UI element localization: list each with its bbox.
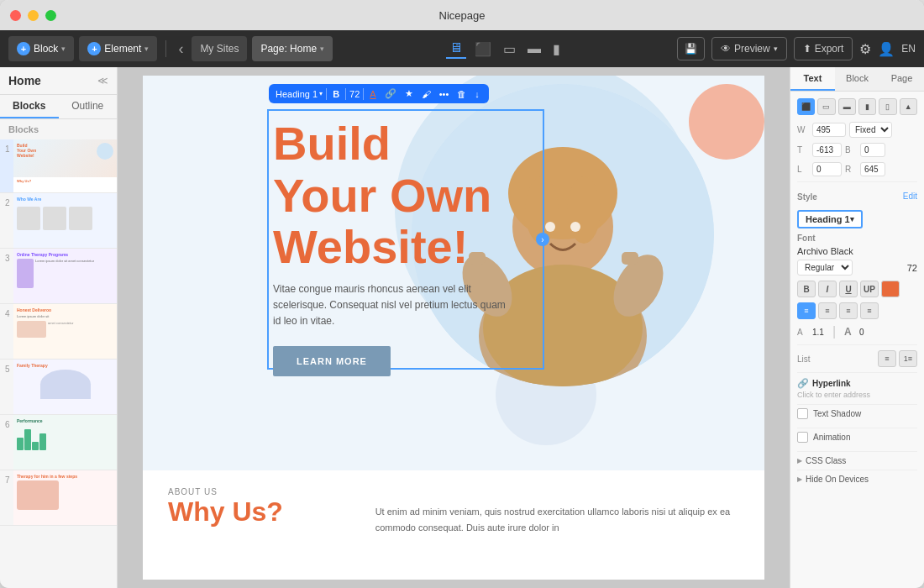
width-input[interactable]: [812, 123, 846, 137]
ordered-list-button[interactable]: 1≡: [899, 350, 917, 367]
page-item[interactable]: 6 Performance: [0, 415, 117, 470]
device-icons-group: 🖥 ⬛ ▭ ▬ ▮: [446, 39, 564, 59]
paint-tool-button[interactable]: 🖌: [419, 88, 433, 100]
b-label: B: [845, 145, 857, 155]
save-button[interactable]: 💾: [677, 37, 705, 60]
text-align-center-button[interactable]: ≡: [818, 302, 837, 319]
block-button[interactable]: + Block ▾: [8, 36, 74, 61]
text-align-left-button[interactable]: ≡: [797, 302, 816, 319]
font-color-button[interactable]: A: [367, 88, 378, 100]
favorite-tool-button[interactable]: ★: [402, 87, 416, 100]
tab-text[interactable]: Text: [790, 67, 835, 91]
export-label: Export: [815, 43, 844, 55]
hero-section: Heading 1 ▾ B 72 A 🔗 ★ 🖌: [143, 76, 764, 470]
hyperlink-label: Hyperlink: [812, 379, 851, 388]
link-tool-button[interactable]: 🔗: [382, 87, 399, 100]
handle-arrow-icon: ›: [541, 235, 543, 244]
color-picker-button[interactable]: [881, 281, 900, 297]
heading-line1: Build: [273, 118, 508, 170]
t-input[interactable]: [812, 143, 842, 157]
page-number: 7: [0, 470, 13, 525]
preview-chevron-icon: ▾: [774, 45, 778, 53]
text-shadow-checkbox[interactable]: [797, 408, 808, 419]
settings-button[interactable]: ⚙: [859, 41, 871, 57]
l-input[interactable]: [812, 162, 842, 176]
bold-tool-button[interactable]: B: [330, 88, 342, 100]
toolbar-right-group: 💾 👁 Preview ▾ ⬆ Export ⚙ 👤 EN: [677, 37, 916, 60]
language-button[interactable]: EN: [901, 43, 916, 55]
maximize-button[interactable]: [45, 10, 56, 21]
align-bottom-right-button[interactable]: ▲: [900, 98, 917, 115]
spacing-row: A 1.1 | A 0: [797, 324, 917, 339]
page-number: 2: [0, 193, 13, 248]
animation-checkbox[interactable]: [797, 432, 808, 443]
preview-label: Preview: [734, 43, 770, 55]
tab-block[interactable]: Block: [835, 67, 879, 91]
css-class-label: CSS Class: [806, 456, 846, 465]
selection-handle[interactable]: ›: [536, 233, 549, 246]
align-top-center-button[interactable]: ▭: [817, 98, 835, 115]
sidebar-tabs: Blocks Outline: [0, 95, 117, 119]
page-item[interactable]: 5 Family Therapy: [0, 360, 117, 415]
page-item[interactable]: 1 BuildYour OwnWebsite! Why Us?: [0, 139, 117, 193]
my-sites-button[interactable]: My Sites: [192, 36, 247, 61]
element-button[interactable]: + Element ▾: [79, 36, 157, 61]
text-align-justify-button[interactable]: ≡: [860, 302, 879, 319]
close-button[interactable]: [10, 10, 21, 21]
text-shadow-label: Text Shadow: [813, 409, 861, 418]
page-item[interactable]: 4 Honest Deliveroo Lorem ipsum dolor sit…: [0, 304, 117, 360]
export-button[interactable]: ⬆ Export: [794, 37, 853, 60]
tablet-landscape-icon[interactable]: ⬛: [471, 39, 495, 59]
minimize-button[interactable]: [28, 10, 39, 21]
page-button[interactable]: Page: Home ▾: [252, 36, 333, 61]
bold-format-button[interactable]: B: [797, 281, 816, 297]
hyperlink-row: 🔗 Hyperlink: [797, 378, 917, 389]
hero-heading[interactable]: Build Your Own Website!: [273, 118, 508, 273]
mobile-portrait-icon[interactable]: ▮: [549, 39, 564, 59]
heading-style-select[interactable]: Heading 1 ▾: [797, 210, 863, 228]
page-number: 5: [0, 360, 13, 414]
unordered-list-button[interactable]: ≡: [878, 350, 896, 367]
css-class-row[interactable]: ▶ CSS Class: [797, 451, 917, 470]
hide-on-devices-row[interactable]: ▶ Hide On Devices: [797, 470, 917, 488]
align-bottom-left-button[interactable]: ▮: [858, 98, 876, 115]
font-style-select[interactable]: Regular: [797, 260, 853, 276]
down-tool-button[interactable]: ↓: [472, 88, 482, 100]
style-edit-link[interactable]: Edit: [903, 192, 917, 201]
desktop-icon[interactable]: 🖥: [446, 39, 466, 59]
page-item[interactable]: 7 Therapy for him in a few steps: [0, 470, 117, 526]
tab-blocks[interactable]: Blocks: [0, 95, 59, 118]
element-plus-icon: +: [87, 42, 101, 55]
align-bottom-center-button[interactable]: ▯: [879, 98, 896, 115]
more-tool-button[interactable]: •••: [437, 88, 452, 100]
title-bar: Nicepage: [0, 0, 924, 30]
underline-format-button[interactable]: U: [839, 281, 858, 297]
nav-back-button[interactable]: ‹: [175, 40, 186, 58]
page-item[interactable]: 2 Who We Are: [0, 193, 117, 249]
uppercase-format-button[interactable]: UP: [860, 281, 879, 297]
main-area: Home ≪ Blocks Outline Blocks 1 BuildYour: [0, 67, 924, 588]
b-input[interactable]: [860, 143, 885, 157]
canvas-area[interactable]: Heading 1 ▾ B 72 A 🔗 ★ 🖌: [118, 67, 790, 588]
align-top-right-button[interactable]: ▬: [838, 98, 856, 115]
align-top-left-button[interactable]: ⬛: [797, 98, 815, 115]
tab-outline[interactable]: Outline: [59, 95, 118, 118]
heading-line2: Your Own: [273, 170, 508, 222]
tab-page[interactable]: Page: [879, 67, 924, 91]
page-item[interactable]: 3 Online Therapy Programs Lorem ipsum do…: [0, 249, 117, 304]
style-dropdown-icon: ▾: [850, 215, 854, 223]
about-section: ABOUT US Why Us? Ut enim ad minim veniam…: [143, 470, 764, 571]
fixed-select[interactable]: Fixed: [849, 122, 892, 138]
sidebar-collapse-button[interactable]: ≪: [97, 75, 108, 87]
delete-tool-button[interactable]: 🗑: [454, 88, 469, 100]
italic-format-button[interactable]: I: [818, 281, 837, 297]
hero-cta-button[interactable]: LEARN MORE: [273, 346, 391, 376]
mobile-landscape-icon[interactable]: ▬: [524, 39, 544, 58]
text-align-right-button[interactable]: ≡: [839, 302, 858, 319]
divider1: [797, 181, 917, 182]
tablet-portrait-icon[interactable]: ▭: [500, 39, 519, 59]
r-input[interactable]: [860, 162, 885, 176]
preview-button[interactable]: 👁 Preview ▾: [711, 37, 787, 60]
user-button[interactable]: 👤: [878, 41, 895, 57]
text-shadow-row: Text Shadow: [797, 404, 917, 423]
